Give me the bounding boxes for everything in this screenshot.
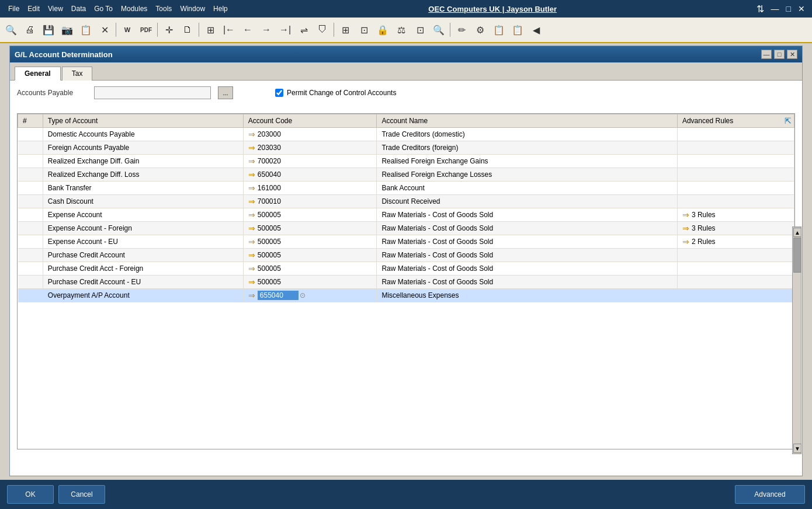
window-close[interactable]: ✕	[796, 4, 807, 13]
scroll-up[interactable]: ▲	[793, 228, 801, 237]
tab-general[interactable]: General	[15, 67, 61, 81]
vertical-scrollbar[interactable]: ▲ ▼	[792, 226, 801, 454]
toolbar-camera[interactable]: 📷	[58, 21, 76, 39]
expand-icon[interactable]: ⇱	[785, 116, 792, 125]
toolbar-nav-next[interactable]: →	[258, 21, 275, 39]
row-code[interactable]: ⇒500005	[243, 235, 377, 249]
toolbar-lock[interactable]: 🔒	[374, 21, 391, 39]
toolbar-collapse[interactable]: ⊡	[355, 21, 373, 39]
row-code[interactable]: ⇒500005	[243, 208, 377, 222]
row-code[interactable]: ⇒700010	[243, 195, 377, 208]
window-minimize[interactable]: —	[769, 4, 782, 13]
toolbar-refresh[interactable]: ⇌	[295, 21, 313, 39]
dialog-close[interactable]: ✕	[787, 50, 797, 59]
table-row[interactable]: Purchase Credit Account⇒500005Raw Materi…	[18, 249, 794, 262]
menu-help[interactable]: Help	[210, 4, 231, 14]
row-rules	[677, 168, 794, 182]
toolbar-close[interactable]: ✕	[96, 21, 113, 39]
toolbar-form[interactable]: 🗋	[179, 21, 196, 39]
row-code[interactable]: ⇒⊙	[243, 289, 377, 302]
ok-button[interactable]: OK	[7, 485, 54, 504]
advanced-button[interactable]: Advanced	[735, 485, 805, 504]
row-type: Foreign Accounts Payable	[43, 141, 243, 155]
table-row[interactable]: Domestic Accounts Payable⇒203000Trade Cr…	[18, 128, 794, 141]
row-type: Purchase Credit Account	[43, 249, 243, 262]
menu-window[interactable]: Window	[176, 4, 209, 14]
window-sort-icon[interactable]: ⇅	[754, 4, 766, 15]
table-row[interactable]: Expense Account - EU⇒500005Raw Materials…	[18, 235, 794, 249]
menu-modules[interactable]: Modules	[117, 4, 151, 14]
toolbar-clipboard[interactable]: 📋	[77, 21, 95, 39]
table-row[interactable]: Realized Exchange Diff. Loss⇒650040Reali…	[18, 168, 794, 182]
menu-tools[interactable]: Tools	[152, 4, 175, 14]
permit-change-area: Permit Change of Control Accounts	[275, 89, 396, 97]
table-row[interactable]: Bank Transfer⇒161000Bank Account	[18, 182, 794, 195]
scroll-down[interactable]: ▼	[793, 444, 801, 453]
table-row[interactable]: Purchase Credit Acct - Foreign⇒500005Raw…	[18, 262, 794, 276]
dialog-window-controls: — □ ✕	[761, 50, 797, 59]
toolbar-save[interactable]: 💾	[40, 21, 57, 39]
toolbar-word[interactable]: W	[119, 21, 136, 39]
row-rules[interactable]: ⇒3 Rules	[677, 208, 794, 222]
toolbar-box[interactable]: ⊡	[411, 21, 429, 39]
menu-view[interactable]: View	[44, 4, 67, 14]
row-code[interactable]: ⇒161000	[243, 182, 377, 195]
dialog-maximize[interactable]: □	[774, 50, 785, 59]
toolbar-nav-first[interactable]: |←	[220, 21, 238, 39]
row-num	[18, 249, 43, 262]
toolbar-expand[interactable]: ⊞	[336, 21, 354, 39]
toolbar-search[interactable]: 🔍	[2, 21, 20, 39]
dialog-minimize[interactable]: —	[761, 50, 772, 59]
table-row[interactable]: Expense Account⇒500005Raw Materials - Co…	[18, 208, 794, 222]
row-rules[interactable]: ⇒3 Rules	[677, 222, 794, 235]
tab-tax[interactable]: Tax	[62, 67, 93, 81]
row-code[interactable]: ⇒500005	[243, 249, 377, 262]
table-row[interactable]: Overpayment A/P Account⇒⊙Miscellaneous E…	[18, 289, 794, 302]
toolbar-filter[interactable]: ⛉	[314, 21, 331, 39]
table-row[interactable]: Realized Exchange Diff. Gain⇒700020Reali…	[18, 155, 794, 168]
toolbar-edit[interactable]: ✏	[453, 21, 470, 39]
toolbar-grid[interactable]: ⊞	[202, 21, 219, 39]
menu-goto[interactable]: Go To	[91, 4, 116, 14]
menu-edit[interactable]: Edit	[24, 4, 43, 14]
toolbar-copy1[interactable]: 📋	[490, 21, 508, 39]
toolbar-copy2[interactable]: 📋	[509, 21, 526, 39]
code-active-input[interactable]	[258, 291, 299, 300]
scroll-thumb[interactable]	[793, 238, 801, 273]
menu-file[interactable]: File	[5, 4, 23, 14]
accounts-browse-button[interactable]: ...	[218, 86, 233, 99]
toolbar-zoom[interactable]: 🔍	[430, 21, 447, 39]
toolbar-print[interactable]: 🖨	[21, 21, 39, 39]
permit-change-checkbox[interactable]	[275, 89, 283, 97]
row-rules	[677, 128, 794, 141]
row-code[interactable]: ⇒500005	[243, 276, 377, 289]
toolbar-move[interactable]: ✛	[160, 21, 178, 39]
toolbar-back[interactable]: ◀	[528, 21, 545, 39]
row-num	[18, 235, 43, 249]
row-num	[18, 182, 43, 195]
table-row[interactable]: Expense Account - Foreign⇒500005Raw Mate…	[18, 222, 794, 235]
row-code[interactable]: ⇒650040	[243, 168, 377, 182]
row-code[interactable]: ⇒203000	[243, 128, 377, 141]
toolbar-nav-last[interactable]: →|	[276, 21, 294, 39]
clear-icon[interactable]: ⊙	[300, 291, 306, 299]
menu-data[interactable]: Data	[68, 4, 89, 14]
row-code[interactable]: ⇒700020	[243, 155, 377, 168]
code-value: 500005	[258, 211, 281, 219]
row-type: Purchase Credit Acct - Foreign	[43, 262, 243, 276]
toolbar-pdf[interactable]: PDF	[137, 21, 155, 39]
table-row[interactable]: Foreign Accounts Payable⇒203030Trade Cre…	[18, 141, 794, 155]
toolbar-nav-prev[interactable]: ←	[239, 21, 256, 39]
permit-change-label: Permit Change of Control Accounts	[287, 89, 396, 97]
row-code[interactable]: ⇒203030	[243, 141, 377, 155]
row-code[interactable]: ⇒500005	[243, 222, 377, 235]
cancel-button[interactable]: Cancel	[58, 485, 105, 504]
window-maximize[interactable]: □	[784, 4, 793, 13]
toolbar-settings[interactable]: ⚙	[471, 21, 489, 39]
table-row[interactable]: Purchase Credit Account - EU⇒500005Raw M…	[18, 276, 794, 289]
accounts-payable-input[interactable]	[94, 86, 211, 99]
row-code[interactable]: ⇒500005	[243, 262, 377, 276]
table-row[interactable]: Cash Discount⇒700010Discount Received	[18, 195, 794, 208]
row-rules[interactable]: ⇒2 Rules	[677, 235, 794, 249]
toolbar-scale[interactable]: ⚖	[393, 21, 410, 39]
